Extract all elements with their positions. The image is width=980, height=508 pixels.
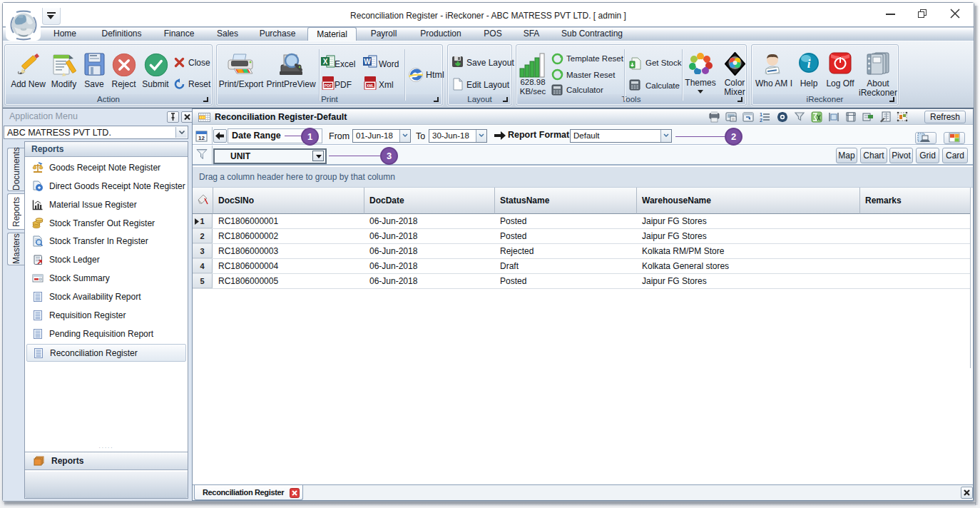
svg-text:2: 2 — [760, 118, 762, 123]
svg-text:XML: XML — [367, 83, 374, 88]
svg-text:1: 1 — [760, 112, 762, 117]
svg-text:12: 12 — [198, 135, 205, 141]
svg-text:X: X — [323, 58, 328, 66]
svg-text:PDF: PDF — [325, 83, 333, 88]
svg-text:i: i — [807, 57, 811, 71]
svg-text:W: W — [364, 58, 371, 66]
